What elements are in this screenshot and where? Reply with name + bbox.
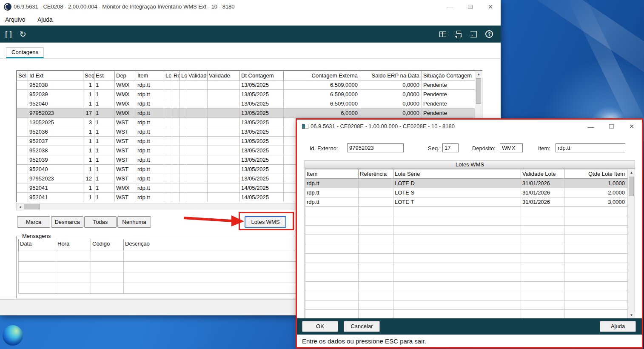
cell	[187, 137, 208, 146]
column-header[interactable]: Validade '	[187, 71, 208, 80]
table-row-empty[interactable]	[305, 263, 628, 272]
close-icon[interactable]: ×	[621, 120, 642, 133]
grid-icon[interactable]	[439, 31, 446, 37]
cell	[564, 235, 628, 244]
table-row[interactable]: rdp.ttLOTE S31/01/20262,0000	[305, 188, 628, 197]
vertical-scrollbar[interactable]	[627, 169, 635, 319]
column-header[interactable]: Dep	[115, 71, 136, 80]
column-header[interactable]: Lote Série	[393, 169, 521, 179]
cell	[180, 80, 187, 90]
cell: 952036	[28, 127, 83, 137]
scrollbar-thumb[interactable]	[629, 177, 634, 196]
table-row-empty[interactable]	[305, 300, 628, 310]
cell	[17, 118, 28, 127]
column-header[interactable]: Item	[305, 169, 359, 179]
scrollbar-thumb[interactable]	[476, 78, 481, 104]
scroll-up-icon[interactable]	[628, 169, 635, 176]
refresh-icon[interactable]: ↻	[20, 29, 26, 39]
scroll-up-icon[interactable]	[475, 71, 482, 78]
table-row[interactable]: 95203911WMXrdp.tt13/05/20256.509,00000,0…	[17, 90, 475, 99]
ajuda-button[interactable]: Ajuda	[600, 321, 636, 332]
column-header[interactable]: Validade Lote	[521, 169, 564, 179]
cell	[521, 282, 564, 291]
column-header[interactable]: Id Ext	[28, 71, 83, 80]
table-row[interactable]: 95204011WMXrdp.tt13/05/20256.509,00000,0…	[17, 99, 475, 109]
menu-arquivo[interactable]: Arquivo	[0, 14, 30, 26]
table-row[interactable]: rdp.ttLOTE D31/01/20261,0000	[305, 179, 628, 188]
column-header[interactable]: Lc	[164, 71, 172, 80]
cell	[564, 207, 628, 216]
table-row[interactable]: 95203811WMXrdp.tt13/05/20256.509,00000,0…	[17, 80, 475, 90]
table-row[interactable]: 97952023171WMXrdp.tt13/05/20256,00000,00…	[17, 109, 475, 118]
brackets-icon[interactable]: [ ]	[5, 29, 12, 39]
edge-icon[interactable]	[3, 325, 23, 346]
table-row-empty[interactable]	[305, 282, 628, 291]
cell: 13/05/2025	[240, 174, 284, 183]
column-header[interactable]: Dt Contagem	[240, 71, 284, 80]
todas-button[interactable]: Todas	[84, 216, 117, 228]
cell	[208, 174, 240, 183]
cell: LOTE S	[393, 188, 521, 197]
table-row-empty[interactable]	[305, 272, 628, 282]
scroll-left-icon[interactable]	[17, 203, 24, 211]
column-header[interactable]: Data	[19, 239, 56, 251]
id-externo-field[interactable]	[347, 143, 404, 152]
cell	[564, 291, 628, 300]
maximize-icon[interactable]	[601, 120, 621, 133]
table-row-empty[interactable]	[305, 226, 628, 235]
menu-ajuda[interactable]: Ajuda	[32, 14, 58, 26]
column-header[interactable]: Est	[94, 71, 115, 80]
column-header[interactable]: Situação Contagem	[422, 71, 475, 80]
column-header[interactable]: Contagem Externa	[284, 71, 360, 80]
maximize-icon[interactable]	[460, 0, 480, 14]
column-header[interactable]: Sel	[17, 71, 28, 80]
scroll-down-icon[interactable]	[628, 312, 635, 319]
help-icon[interactable]: ?	[485, 30, 493, 38]
item-field[interactable]	[556, 143, 625, 152]
table-row-empty[interactable]	[305, 254, 628, 263]
table-row[interactable]: rdp.ttLOTE T31/01/20263,0000	[305, 197, 628, 207]
cell: Pendente	[422, 109, 475, 118]
close-icon[interactable]: ×	[480, 0, 501, 14]
column-header[interactable]: Saldo ERP na Data	[360, 71, 422, 80]
minimize-icon[interactable]: —	[439, 0, 460, 14]
column-header[interactable]: Re:	[172, 71, 180, 80]
table-row-empty[interactable]	[305, 207, 628, 216]
tab-contagens[interactable]: Contagens	[6, 47, 44, 58]
table-row-empty[interactable]	[305, 216, 628, 226]
table-row-empty[interactable]	[305, 291, 628, 300]
printer-icon[interactable]	[455, 33, 462, 37]
column-header[interactable]: Qtde Lote Item	[564, 169, 628, 179]
table-row-empty[interactable]	[305, 235, 628, 244]
table-row-empty[interactable]	[305, 310, 628, 319]
desmarca-button[interactable]: Desmarca	[51, 216, 83, 228]
column-header[interactable]: Código	[91, 239, 124, 251]
column-header[interactable]: Hora	[56, 239, 91, 251]
column-header[interactable]: Referência	[359, 169, 393, 179]
column-header[interactable]: Item	[136, 71, 164, 80]
cell	[564, 300, 628, 310]
cell	[91, 272, 124, 283]
cancelar-button[interactable]: Cancelar	[344, 321, 380, 332]
table-row-empty[interactable]	[305, 244, 628, 254]
column-header[interactable]: Seq	[83, 71, 94, 80]
scrollbar-thumb[interactable]	[24, 204, 40, 209]
menubar: Arquivo Ajuda	[0, 14, 501, 26]
seq-field[interactable]	[442, 143, 459, 152]
cell	[180, 193, 187, 202]
column-header[interactable]: Validade	[208, 71, 240, 80]
column-header[interactable]: Lo	[180, 71, 187, 80]
dialog-titlebar: 06.9.5631 - CE0208E - 1.00.00.000 - CE02…	[297, 120, 642, 133]
ok-button[interactable]: OK	[302, 321, 338, 332]
lotes-wms-button[interactable]: Lotes WMS	[245, 216, 286, 228]
deposito-field[interactable]	[500, 143, 523, 152]
marca-button[interactable]: Marca	[17, 216, 50, 228]
cell: WST	[115, 118, 136, 127]
cell	[187, 127, 208, 137]
cell: WST	[115, 137, 136, 146]
cell: 3,0000	[564, 197, 628, 207]
minimize-icon[interactable]: —	[581, 120, 601, 133]
exit-icon[interactable]	[470, 31, 477, 37]
nenhuma-button[interactable]: Nenhuma	[117, 216, 151, 228]
cell: rdp.tt	[136, 80, 164, 90]
